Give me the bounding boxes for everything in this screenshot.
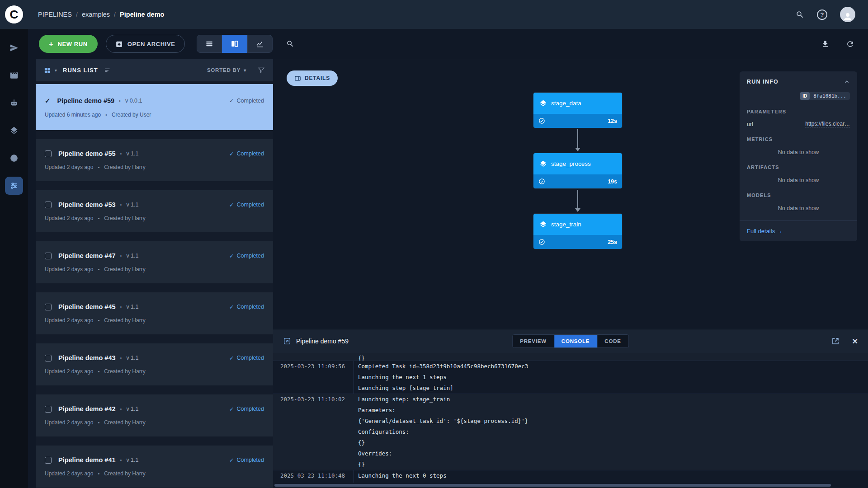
models-section-label: MODELS <box>747 192 850 198</box>
rail-item-pipelines-icon[interactable] <box>5 177 23 195</box>
run-list-item[interactable]: Pipeline demo #55 • v 1.1 ✓Completed Upd… <box>36 139 273 181</box>
separator-dot: • <box>98 369 99 374</box>
details-button[interactable]: DETAILS <box>287 70 338 86</box>
run-id-chip[interactable]: ID 8fa1081b... <box>800 92 850 100</box>
column-settings-icon[interactable] <box>104 67 111 74</box>
split-view-icon[interactable] <box>222 35 247 53</box>
runs-list-title: RUNS LIST <box>63 67 98 74</box>
rail-item-launch-icon[interactable] <box>5 39 23 57</box>
tab-code[interactable]: CODE <box>597 335 628 347</box>
run-updated: Updated 2 days ago <box>45 317 93 324</box>
run-list-item[interactable]: ✓ Pipeline demo #59 • v 0.0.1 ✓Completed… <box>36 84 273 130</box>
scrollbar-thumb[interactable] <box>274 484 831 487</box>
parameters-section-label: PARAMETERS <box>747 109 850 114</box>
run-checkbox[interactable] <box>45 150 52 157</box>
node-label: stage_train <box>551 221 581 228</box>
tab-preview[interactable]: PREVIEW <box>513 335 554 347</box>
filter-icon[interactable] <box>258 66 265 74</box>
run-list-item[interactable]: Pipeline demo #43 • v 1.1 ✓Completed Upd… <box>36 343 273 385</box>
node-type-icon <box>539 99 547 107</box>
models-empty-text: No data to show <box>747 205 850 211</box>
run-version: v 1.1 <box>126 304 138 310</box>
log-row: {} <box>273 353 868 361</box>
run-list-item[interactable]: Pipeline demo #42 • v 1.1 ✓Completed Upd… <box>36 394 273 436</box>
parameter-value[interactable]: https://files.clear… <box>805 121 850 127</box>
close-icon[interactable]: ✕ <box>852 337 858 346</box>
run-author: Created by User <box>112 112 151 118</box>
status-badge: ✓Completed <box>229 253 264 259</box>
run-updated: Updated 2 days ago <box>45 470 93 477</box>
log-line: Launching step [stage_train] <box>358 383 868 394</box>
run-checkbox[interactable] <box>45 406 52 413</box>
run-checkbox[interactable] <box>45 202 52 208</box>
sorted-by-dropdown[interactable]: SORTED BY ▾ <box>207 67 246 73</box>
run-checkbox[interactable] <box>45 304 52 310</box>
open-archive-button[interactable]: OPEN ARCHIVE <box>106 35 185 53</box>
separator-dot: • <box>98 318 99 323</box>
rail-item-media-icon[interactable] <box>5 66 23 84</box>
rail-item-datasets-icon[interactable] <box>5 122 23 140</box>
node-status-check-icon <box>538 117 545 124</box>
breadcrumb-current[interactable]: Pipeline demo <box>120 11 164 18</box>
breadcrumb-project[interactable]: examples <box>82 11 110 18</box>
run-updated: Updated 6 minutes ago <box>45 112 101 118</box>
run-checkbox[interactable] <box>45 355 52 361</box>
selected-check-icon[interactable]: ✓ <box>45 97 51 105</box>
pipeline-graph-area[interactable]: DETAILS stage_data <box>273 59 868 329</box>
dag-edge-arrow <box>573 188 582 214</box>
run-list-item[interactable]: Pipeline demo #41 • v 1.1 ✓Completed Upd… <box>36 446 273 488</box>
run-checkbox[interactable] <box>45 457 52 464</box>
dag-node-stage-process[interactable]: stage_process 19s <box>533 153 622 188</box>
log-row: 2025-03-23 11:10:48 Launching the next 0… <box>273 470 868 481</box>
collapse-chevron-icon[interactable] <box>844 79 850 85</box>
run-updated: Updated 2 days ago <box>45 419 93 426</box>
run-checkbox[interactable] <box>45 253 52 259</box>
status-check-icon: ✓ <box>229 406 234 413</box>
run-info-header[interactable]: RUN INFO <box>747 79 850 85</box>
view-mode-icon[interactable] <box>44 67 51 74</box>
run-list-item[interactable]: Pipeline demo #53 • v 1.1 ✓Completed Upd… <box>36 190 273 232</box>
breadcrumb-root[interactable]: PIPELINES <box>38 11 72 18</box>
rail-item-reports-icon[interactable] <box>5 149 23 167</box>
chart-view-icon[interactable] <box>247 35 273 53</box>
separator-dot: • <box>98 471 99 476</box>
table-view-icon[interactable] <box>197 35 222 53</box>
run-list-item[interactable]: Pipeline demo #45 • v 1.1 ✓Completed Upd… <box>36 292 273 334</box>
node-status-check-icon <box>538 239 545 245</box>
horizontal-scrollbar[interactable] <box>273 483 868 488</box>
run-author: Created by Harry <box>104 215 145 221</box>
header-actions: ? <box>796 7 855 22</box>
new-run-button[interactable]: + NEW RUN <box>39 35 98 53</box>
status-check-icon: ✓ <box>229 457 234 464</box>
full-details-link[interactable]: Full details → <box>747 228 783 235</box>
sorted-by-caret-icon: ▾ <box>244 68 246 73</box>
refresh-icon[interactable] <box>846 40 854 48</box>
tab-console[interactable]: CONSOLE <box>554 335 597 347</box>
separator-dot: • <box>120 355 122 361</box>
run-author: Created by Harry <box>104 419 145 426</box>
open-in-new-icon[interactable] <box>831 337 840 345</box>
run-updated: Updated 2 days ago <box>45 266 93 272</box>
run-updated: Updated 2 days ago <box>45 164 93 170</box>
filter-search-icon[interactable] <box>286 40 294 48</box>
run-list-item[interactable]: Pipeline demo #47 • v 1.1 ✓Completed Upd… <box>36 241 273 283</box>
clearml-logo[interactable]: C <box>5 5 23 23</box>
search-icon[interactable] <box>796 10 804 19</box>
artifacts-section-label: ARTIFACTS <box>747 164 850 170</box>
view-mode-caret-icon[interactable]: ▾ <box>55 68 57 73</box>
run-icon <box>283 337 291 345</box>
run-name: Pipeline demo #55 <box>58 150 116 157</box>
console-log[interactable]: {} 2025-03-23 11:09:56 Completed Task id… <box>273 353 868 483</box>
node-duration: 12s <box>608 118 617 124</box>
separator-dot: • <box>120 406 122 412</box>
help-icon[interactable]: ? <box>817 9 827 20</box>
dag-node-stage-train[interactable]: stage_train 25s <box>533 214 622 249</box>
parameter-row: url https://files.clear… <box>747 121 850 127</box>
dag-node-stage-data[interactable]: stage_data 12s <box>533 93 622 128</box>
run-name: Pipeline demo #59 <box>57 97 115 104</box>
metrics-section-label: METRICS <box>747 136 850 142</box>
run-author: Created by Harry <box>104 317 145 324</box>
download-icon[interactable] <box>821 40 830 48</box>
avatar[interactable] <box>840 7 855 22</box>
rail-item-bot-icon[interactable] <box>5 94 23 112</box>
